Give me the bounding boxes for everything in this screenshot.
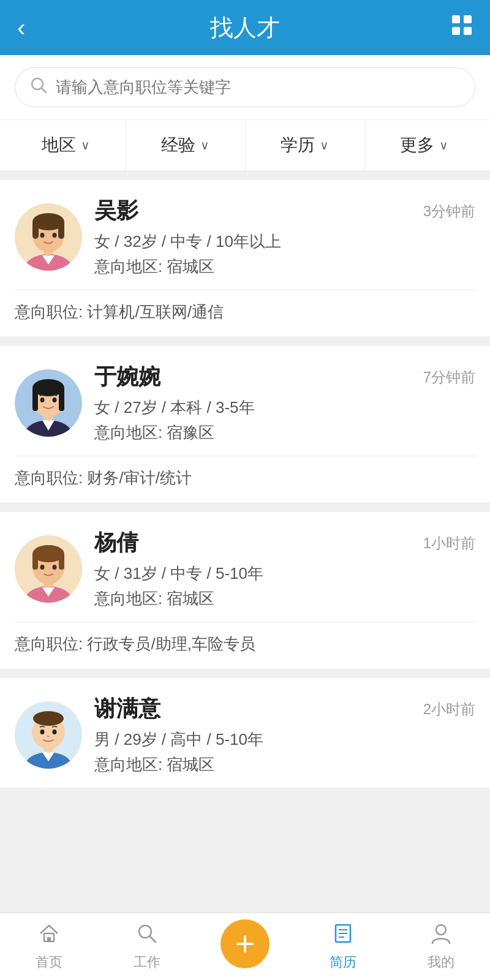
grid-icon[interactable] [451, 14, 473, 41]
candidate-region: 意向地区: 宿豫区 [94, 422, 475, 443]
nav-item-work[interactable]: 工作 [98, 922, 196, 971]
avatar [15, 535, 82, 603]
filter-region[interactable]: 地区 ∨ [6, 120, 126, 170]
bottom-nav: 首页 工作 简历 [0, 913, 490, 980]
candidate-time: 3分钟前 [423, 202, 475, 221]
search-bar [15, 67, 475, 107]
svg-point-58 [436, 925, 446, 935]
home-icon [38, 922, 60, 949]
svg-point-50 [139, 925, 151, 938]
resume-icon [332, 922, 354, 949]
candidate-intent: 意向职位: 计算机/互联网/通信 [0, 290, 490, 336]
nav-item-mine[interactable]: 我的 [392, 922, 490, 971]
svg-point-45 [35, 714, 62, 725]
svg-point-36 [40, 545, 57, 552]
candidate-name: 吴影 [94, 196, 138, 226]
svg-rect-1 [464, 15, 472, 23]
candidate-detail: 男 / 29岁 / 高中 / 5-10年 [94, 729, 475, 750]
page-title: 找人才 [210, 12, 280, 43]
svg-point-14 [35, 217, 62, 229]
filter-experience[interactable]: 经验 ∨ [126, 120, 245, 170]
nav-item-resume[interactable]: 简历 [294, 922, 392, 971]
filter-bar: 地区 ∨ 经验 ∨ 学历 ∨ 更多 ∨ [0, 119, 490, 170]
candidate-region: 意向地区: 宿城区 [94, 256, 475, 277]
filter-more[interactable]: 更多 ∨ [365, 120, 484, 170]
chevron-down-icon: ∨ [439, 138, 448, 153]
candidate-info: 于婉婉 7分钟前 女 / 27岁 / 本科 / 3-5年 意向地区: 宿豫区 [94, 362, 475, 443]
candidate-time: 7分钟前 [423, 368, 475, 387]
search-icon [30, 77, 47, 98]
svg-line-51 [150, 937, 156, 942]
svg-point-46 [40, 729, 45, 734]
candidate-name: 谢满意 [94, 694, 160, 724]
nav-label: 简历 [330, 953, 356, 971]
candidate-detail: 女 / 27岁 / 本科 / 3-5年 [94, 397, 475, 418]
search-icon [136, 922, 158, 949]
candidate-card-3[interactable]: 杨倩 1小时前 女 / 31岁 / 中专 / 5-10年 意向地区: 宿城区 意… [0, 512, 490, 668]
svg-rect-0 [452, 15, 460, 23]
svg-point-16 [53, 233, 57, 238]
svg-rect-49 [47, 937, 51, 941]
candidate-detail: 女 / 31岁 / 中专 / 5-10年 [94, 563, 475, 584]
search-input[interactable] [56, 78, 460, 97]
avatar [15, 203, 82, 271]
nav-label: 首页 [36, 953, 62, 971]
chevron-down-icon: ∨ [81, 138, 90, 153]
svg-point-15 [40, 233, 45, 238]
candidate-detail: 女 / 32岁 / 中专 / 10年以上 [94, 231, 475, 252]
candidate-intent: 意向职位: 行政专员/助理,车险专员 [0, 622, 490, 668]
chevron-down-icon: ∨ [320, 138, 329, 153]
filter-education[interactable]: 学历 ∨ [246, 120, 365, 170]
nav-item-add[interactable] [196, 919, 294, 974]
candidate-name: 于婉婉 [94, 362, 160, 392]
svg-rect-2 [452, 27, 460, 35]
back-button[interactable]: ‹ [17, 14, 25, 42]
header: ‹ 找人才 [0, 0, 490, 55]
svg-rect-24 [59, 386, 64, 411]
candidate-time: 1小时前 [423, 533, 475, 553]
svg-line-5 [42, 88, 46, 92]
user-icon [430, 922, 452, 949]
nav-label: 工作 [134, 953, 160, 971]
candidate-time: 2小时前 [423, 699, 475, 719]
svg-point-38 [53, 565, 57, 570]
add-button[interactable] [221, 919, 270, 968]
chevron-down-icon: ∨ [200, 138, 209, 153]
svg-rect-3 [464, 27, 472, 35]
candidate-region: 意向地区: 宿城区 [94, 588, 475, 609]
candidate-info: 杨倩 1小时前 女 / 31岁 / 中专 / 5-10年 意向地区: 宿城区 [94, 528, 475, 609]
candidate-info: 谢满意 2小时前 男 / 29岁 / 高中 / 5-10年 意向地区: 宿城区 [94, 694, 475, 775]
candidate-card-1[interactable]: 吴影 3分钟前 女 / 32岁 / 中专 / 10年以上 意向地区: 宿城区 意… [0, 180, 490, 336]
search-container [0, 55, 490, 119]
avatar [15, 701, 82, 769]
candidate-card-2[interactable]: 于婉婉 7分钟前 女 / 27岁 / 本科 / 3-5年 意向地区: 宿豫区 意… [0, 346, 490, 502]
candidate-region: 意向地区: 宿城区 [94, 754, 475, 775]
candidate-name: 杨倩 [94, 528, 138, 558]
candidate-intent: 意向职位: 财务/审计/统计 [0, 456, 490, 502]
svg-point-25 [40, 398, 45, 402]
candidate-info: 吴影 3分钟前 女 / 32岁 / 中专 / 10年以上 意向地区: 宿城区 [94, 196, 475, 277]
nav-item-home[interactable]: 首页 [0, 922, 98, 971]
nav-label: 我的 [428, 953, 454, 971]
svg-point-26 [53, 398, 57, 402]
avatar [15, 369, 82, 437]
candidate-card-4[interactable]: 谢满意 2小时前 男 / 29岁 / 高中 / 5-10年 意向地区: 宿城区 [0, 678, 490, 788]
svg-point-47 [53, 729, 57, 734]
svg-rect-23 [32, 386, 38, 411]
svg-point-37 [40, 565, 45, 570]
